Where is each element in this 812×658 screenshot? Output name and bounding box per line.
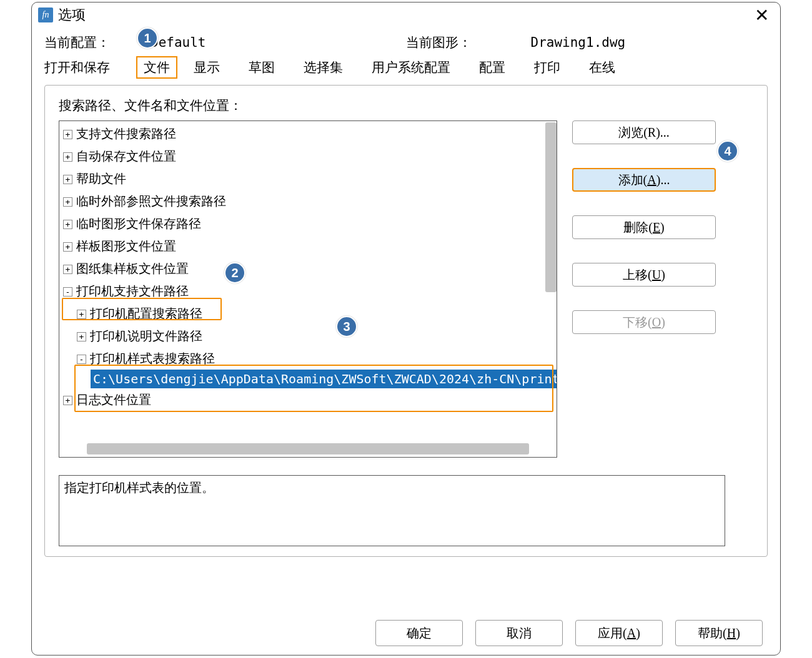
- annotation-badge-3: 3: [336, 316, 357, 337]
- tree-item-label: 打印机支持文件路径: [76, 284, 189, 298]
- current-config-label: 当前配置：: [44, 34, 151, 51]
- tree-item[interactable]: +样板图形文件位置: [63, 235, 557, 257]
- btn-suffix: ): [661, 315, 665, 329]
- btn-suffix: ): [636, 626, 640, 640]
- tree: +支持文件搜索路径 +自动保存文件位置 +帮助文件 +临时外部参照文件搜索路径 …: [59, 121, 557, 411]
- content-frame: 搜索路径、文件名和文件位置： +支持文件搜索路径 +自动保存文件位置 +帮助文件…: [44, 85, 768, 557]
- tree-item[interactable]: +帮助文件: [63, 167, 557, 190]
- expand-icon[interactable]: +: [77, 332, 86, 341]
- btn-key: A: [647, 173, 656, 187]
- tab-open-save[interactable]: 打开和保存: [44, 56, 122, 79]
- expand-icon[interactable]: +: [63, 152, 72, 162]
- btn-key: A: [627, 626, 636, 640]
- tab-config[interactable]: 配置: [479, 56, 518, 79]
- side-buttons: 浏览(R)... 添加(A)... 删除(E) 上移(U) 下移(O): [572, 120, 716, 458]
- description-box: 指定打印机样式表的位置。: [59, 475, 725, 546]
- current-drawing-value: Drawing1.dwg: [531, 35, 626, 50]
- tabs-bar: 打开和保存 文件 显示 草图 选择集 用户系统配置 配置 打印 在线: [44, 56, 768, 79]
- ok-button[interactable]: 确定: [375, 620, 463, 646]
- expand-icon[interactable]: +: [63, 242, 72, 252]
- expand-icon[interactable]: +: [63, 396, 72, 405]
- tab-selection[interactable]: 选择集: [304, 56, 355, 79]
- current-drawing-label: 当前图形：: [406, 34, 531, 51]
- help-button[interactable]: 帮助(H): [675, 620, 763, 646]
- close-icon[interactable]: ✕: [750, 5, 774, 26]
- tree-item-label: 打印机说明文件路径: [90, 329, 202, 343]
- btn-prefix: 帮助(: [698, 626, 727, 640]
- expand-icon[interactable]: +: [63, 175, 72, 184]
- tree-box[interactable]: +支持文件搜索路径 +自动保存文件位置 +帮助文件 +临时外部参照文件搜索路径 …: [59, 120, 557, 458]
- tree-item-label: 样板图形文件位置: [76, 239, 176, 253]
- selected-path[interactable]: C:\Users\dengjie\AppData\Roaming\ZWSoft\…: [91, 370, 557, 388]
- collapse-icon[interactable]: -: [63, 287, 72, 297]
- options-dialog: fn 选项 ✕ 当前配置： Default 当前图形： Drawing1.dwg…: [31, 2, 781, 656]
- browse-button[interactable]: 浏览(R)...: [572, 120, 716, 144]
- add-button[interactable]: 添加(A)...: [572, 168, 716, 192]
- tab-user-sys[interactable]: 用户系统配置: [372, 56, 463, 79]
- tab-sketch[interactable]: 草图: [249, 56, 287, 79]
- expand-icon[interactable]: +: [63, 197, 72, 207]
- tree-item[interactable]: +临时外部参照文件搜索路径: [63, 190, 557, 212]
- tree-item-label: 打印机配置搜索路径: [90, 307, 202, 320]
- tree-item[interactable]: +支持文件搜索路径: [63, 122, 557, 145]
- collapse-icon[interactable]: -: [77, 355, 86, 364]
- titlebar: fn 选项 ✕: [32, 2, 780, 27]
- tree-item[interactable]: +打印机配置搜索路径: [63, 302, 557, 325]
- tree-item-label: 帮助文件: [76, 172, 126, 185]
- section-title: 搜索路径、文件名和文件位置：: [59, 97, 753, 114]
- tree-item-printer-root[interactable]: -打印机支持文件路径: [63, 280, 557, 302]
- btn-key: H: [727, 626, 736, 640]
- tab-online[interactable]: 在线: [589, 56, 628, 79]
- btn-prefix: 删除(: [623, 220, 653, 234]
- tree-item-printer-style[interactable]: -打印机样式表搜索路径: [63, 347, 557, 370]
- moveup-button[interactable]: 上移(U): [572, 263, 716, 287]
- annotation-badge-1: 1: [137, 27, 158, 49]
- tab-file[interactable]: 文件: [136, 56, 177, 79]
- tree-item-label: 支持文件搜索路径: [76, 127, 176, 140]
- expand-icon[interactable]: +: [63, 130, 72, 139]
- btn-key: O: [652, 315, 661, 329]
- tree-item-label: 自动保存文件位置: [76, 149, 176, 163]
- tab-print[interactable]: 打印: [534, 56, 573, 79]
- dialog-body: 当前配置： Default 当前图形： Drawing1.dwg 1 打开和保存…: [32, 27, 780, 557]
- btn-prefix: 下移(: [623, 315, 652, 329]
- btn-prefix: 应用(: [598, 626, 627, 640]
- tree-item[interactable]: +自动保存文件位置: [63, 145, 557, 167]
- tree-item[interactable]: +临时图形文件保存路径: [63, 212, 557, 235]
- btn-key: E: [653, 220, 660, 234]
- tab-display[interactable]: 显示: [194, 56, 232, 79]
- btn-prefix: 上移(: [623, 268, 652, 282]
- btn-suffix: )...: [656, 173, 670, 187]
- tree-item[interactable]: +图纸集样板文件位置: [63, 257, 557, 280]
- tree-item-label: 日志文件位置: [76, 393, 151, 406]
- btn-prefix: 添加(: [618, 173, 648, 187]
- movedown-button[interactable]: 下移(O): [572, 310, 716, 334]
- btn-key: U: [652, 268, 661, 282]
- expand-icon[interactable]: +: [63, 265, 72, 274]
- tree-item-label: 图纸集样板文件位置: [76, 262, 189, 275]
- horizontal-scrollbar[interactable]: [87, 443, 529, 454]
- btn-suffix: ): [736, 626, 740, 640]
- tree-item[interactable]: +打印机说明文件路径: [63, 325, 557, 347]
- btn-suffix: ): [661, 268, 665, 282]
- tree-item[interactable]: +日志文件位置: [63, 388, 557, 411]
- tree-item-label: 打印机样式表搜索路径: [90, 351, 215, 365]
- footer: 确定 取消 应用(A) 帮助(H): [32, 620, 780, 646]
- vertical-scrollbar[interactable]: [545, 122, 557, 292]
- cancel-button[interactable]: 取消: [475, 620, 563, 646]
- tree-item-label: 临时外部参照文件搜索路径: [76, 194, 226, 208]
- window-title: 选项: [58, 6, 86, 24]
- expand-icon[interactable]: +: [63, 220, 72, 229]
- apply-button[interactable]: 应用(A): [575, 620, 663, 646]
- tree-container: +支持文件搜索路径 +自动保存文件位置 +帮助文件 +临时外部参照文件搜索路径 …: [59, 120, 753, 458]
- app-icon: fn: [38, 7, 53, 22]
- btn-suffix: ): [660, 220, 665, 234]
- annotation-badge-2: 2: [224, 262, 245, 283]
- tree-item-label: 临时图形文件保存路径: [76, 217, 201, 230]
- expand-icon[interactable]: +: [77, 310, 86, 319]
- tree-scroll: +支持文件搜索路径 +自动保存文件位置 +帮助文件 +临时外部参照文件搜索路径 …: [59, 121, 557, 457]
- config-row: 当前配置： Default 当前图形： Drawing1.dwg 1: [44, 34, 768, 51]
- delete-button[interactable]: 删除(E): [572, 215, 716, 239]
- current-config-value: Default: [151, 35, 206, 50]
- annotation-badge-4: 4: [717, 140, 738, 162]
